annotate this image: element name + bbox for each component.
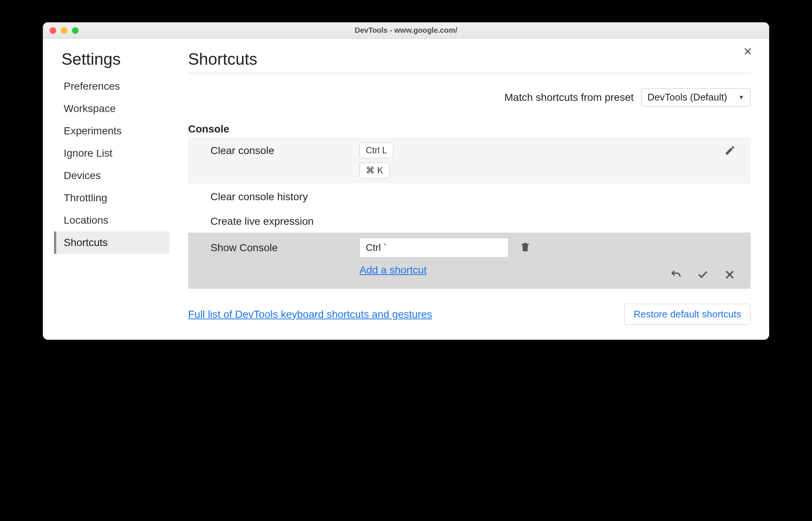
undo-icon[interactable] [670,269,682,282]
keys-column: Ctrl L ⌘ K [359,143,393,178]
close-icon[interactable]: ✕ [743,46,752,57]
sidebar-item-devices[interactable]: Devices [54,164,169,187]
shortcut-label: Clear console [210,143,359,157]
sidebar-item-throttling[interactable]: Throttling [54,187,169,209]
preset-label: Match shortcuts from preset [504,92,634,103]
page-title: Shortcuts [188,50,751,73]
editing-actions [210,269,739,282]
sidebar-item-ignore-list[interactable]: Ignore List [54,142,169,164]
traffic-lights [50,27,79,34]
trash-icon[interactable] [520,242,531,254]
key-chip: Ctrl L [359,143,393,158]
cancel-icon[interactable] [724,269,736,282]
sidebar: Settings Preferences Workspace Experimen… [54,50,169,325]
shortcut-row-show-console: Show Console Add a shortcut [188,233,751,289]
shortcut-row-create-live: Create live expression [188,208,751,233]
window-title: DevTools - www.google.com/ [43,26,769,35]
shortcut-row-clear-console: Clear console Ctrl L ⌘ K [188,137,751,183]
titlebar: DevTools - www.google.com/ [43,22,769,39]
sidebar-title: Settings [54,50,169,75]
shortcut-label: Show Console [210,242,359,254]
window-close-button[interactable] [50,27,56,34]
preset-row: Match shortcuts from preset DevTools (De… [188,88,751,106]
sidebar-item-preferences[interactable]: Preferences [54,75,169,98]
window: DevTools - www.google.com/ ✕ Settings Pr… [43,22,769,340]
shortcut-label: Clear console history [210,189,359,203]
sidebar-item-workspace[interactable]: Workspace [54,98,169,120]
main-panel: Shortcuts Match shortcuts from preset De… [169,50,751,325]
preset-value: DevTools (Default) [647,92,727,103]
preset-select[interactable]: DevTools (Default) ▼ [641,88,751,106]
pencil-icon[interactable] [724,143,739,157]
add-shortcut-link[interactable]: Add a shortcut [359,264,427,276]
content-area: ✕ Settings Preferences Workspace Experim… [43,39,769,340]
sidebar-item-shortcuts[interactable]: Shortcuts [54,231,169,254]
shortcut-input[interactable] [359,238,508,258]
window-maximize-button[interactable] [72,27,79,34]
key-chip: ⌘ K [359,163,390,178]
restore-defaults-button[interactable]: Restore default shortcuts [624,304,751,325]
shortcut-label: Create live expression [210,213,359,227]
chevron-down-icon: ▼ [738,94,744,101]
footer-row: Full list of DevTools keyboard shortcuts… [188,304,751,325]
sidebar-item-experiments[interactable]: Experiments [54,120,169,142]
check-icon[interactable] [697,269,709,282]
full-list-link[interactable]: Full list of DevTools keyboard shortcuts… [188,309,432,320]
sidebar-item-locations[interactable]: Locations [54,209,169,231]
section-heading-console: Console [188,123,751,135]
window-minimize-button[interactable] [61,27,67,34]
shortcut-row-clear-history: Clear console history [188,183,751,208]
